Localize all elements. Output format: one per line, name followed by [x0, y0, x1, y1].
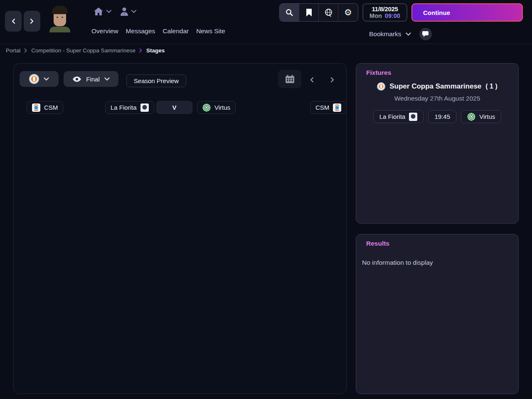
nav-calendar[interactable]: Calendar	[163, 27, 189, 35]
chevron-right-icon	[139, 48, 143, 53]
fixture-home-team-chip[interactable]: La Fiorita	[373, 110, 424, 123]
world-button[interactable]	[319, 4, 338, 21]
chevron-right-icon	[330, 77, 335, 83]
results-empty-message: No information to display	[362, 259, 433, 266]
results-title: Results	[366, 240, 389, 247]
fixture-away-team-chip[interactable]: Virtus	[461, 110, 501, 123]
stage-dropdown[interactable]: Final	[64, 71, 118, 87]
la-fiorita-badge-icon	[140, 103, 149, 112]
game-day: Mon	[369, 12, 382, 20]
chevron-down-icon[interactable]	[406, 32, 411, 36]
previous-stage-button[interactable]	[307, 75, 317, 85]
team-short-name: CSM	[44, 104, 58, 111]
fixture-date: Wednesday 27th August 2025	[356, 95, 518, 102]
nav-overview[interactable]: Overview	[91, 27, 118, 35]
fixture-kickoff-chip[interactable]: 19:45	[428, 110, 456, 123]
stages-panel: Final Season Preview	[13, 63, 347, 394]
chevron-right-icon	[24, 48, 27, 53]
bookmark-button[interactable]	[299, 4, 319, 21]
bookmarks-bar: Bookmarks	[369, 28, 432, 40]
chat-button[interactable]	[419, 28, 432, 40]
team-name: Virtus	[214, 104, 230, 111]
csm-badge-icon	[32, 103, 40, 112]
breadcrumb-competition[interactable]: Competition - Super Coppa Sammarinese	[31, 47, 135, 54]
chevron-right-icon	[30, 18, 34, 24]
utility-toolbar: ⚙	[279, 3, 358, 22]
fm-screen: Overview Messages Calendar News Site ⚙ 1…	[0, 0, 532, 399]
team-short-name: CSM	[315, 104, 329, 111]
home-menu[interactable]	[94, 7, 111, 15]
search-button[interactable]	[280, 4, 299, 21]
home-icon	[94, 7, 103, 15]
globe-icon	[324, 8, 333, 17]
season-preview-button[interactable]: Season Preview	[126, 74, 186, 87]
kickoff-time: 19:45	[434, 113, 450, 120]
game-time: 09:00	[385, 12, 400, 20]
competition-dropdown[interactable]	[20, 71, 59, 87]
fixtures-title: Fixtures	[366, 69, 391, 76]
breadcrumb-stages: Stages	[146, 47, 165, 54]
team-name: Virtus	[479, 113, 495, 120]
bracket-home-team-chip[interactable]: La Fiorita	[105, 101, 154, 114]
fixture-competition-row: Super Coppa Sammarinese ( 1 )	[356, 82, 518, 91]
settings-button[interactable]: ⚙	[338, 4, 358, 21]
super-coppa-badge-icon	[29, 74, 39, 84]
manager-icon	[121, 7, 128, 16]
bracket-away-team-chip[interactable]: Virtus	[197, 101, 236, 114]
avatar-hair	[52, 6, 68, 14]
manager-avatar[interactable]	[47, 5, 73, 32]
history-forward-button[interactable]	[24, 11, 40, 32]
fixture-competition-name: Super Coppa Sammarinese	[389, 82, 481, 91]
bookmark-icon	[306, 9, 312, 17]
avatar-shirt	[49, 27, 70, 32]
virtus-badge-icon	[202, 103, 211, 112]
super-coppa-badge-icon	[377, 82, 385, 91]
chevron-left-icon	[11, 18, 15, 24]
continue-label: Continue	[423, 9, 450, 16]
team-name: La Fiorita	[379, 113, 406, 120]
chevron-down-icon	[44, 77, 49, 81]
calendar-icon	[285, 75, 295, 84]
avatar-eye	[57, 17, 58, 18]
fixtures-panel: Fixtures Super Coppa Sammarinese ( 1 ) W…	[356, 63, 519, 224]
chevron-down-icon	[106, 10, 111, 13]
bookmarks-dropdown[interactable]: Bookmarks	[369, 30, 401, 38]
bracket-winner-team-chip[interactable]: CSM	[310, 101, 347, 114]
results-panel: Results No information to display	[356, 234, 519, 394]
chevron-down-icon	[104, 77, 110, 81]
stage-dropdown-label: Final	[86, 76, 100, 83]
chevron-left-icon	[310, 77, 314, 83]
fixture-match-row: La Fiorita 19:45 Virtus	[356, 110, 518, 123]
chevron-down-icon	[131, 10, 136, 13]
game-date: 11/8/2025	[372, 5, 398, 12]
team-name: La Fiorita	[111, 104, 137, 111]
la-fiorita-badge-icon	[409, 113, 417, 121]
csm-badge-icon	[333, 103, 341, 112]
game-datetime: 11/8/2025 Mon 09:00	[362, 3, 407, 22]
eye-icon	[72, 76, 81, 82]
gear-icon: ⚙	[344, 8, 352, 17]
chat-bubble-icon	[422, 31, 429, 37]
fixture-leg-count: ( 1 )	[485, 83, 497, 90]
nav-news-site[interactable]: News Site	[196, 27, 225, 35]
versus-label: V	[172, 104, 176, 111]
breadcrumb: Portal Competition - Super Coppa Sammari…	[0, 44, 532, 57]
bracket-match-chip[interactable]: V	[156, 101, 192, 114]
continue-button[interactable]: Continue	[411, 3, 523, 22]
breadcrumb-portal[interactable]: Portal	[6, 47, 20, 54]
calendar-view-button[interactable]	[278, 70, 301, 88]
season-preview-label: Season Preview	[134, 77, 179, 84]
avatar-eye	[62, 17, 63, 18]
primary-nav: Overview Messages Calendar News Site	[91, 27, 225, 35]
next-stage-button[interactable]	[328, 75, 337, 85]
virtus-badge-icon	[467, 113, 475, 121]
manager-menu[interactable]	[121, 7, 136, 16]
search-icon	[285, 8, 293, 17]
bracket-left-team-chip[interactable]: CSM	[27, 101, 63, 114]
nav-messages[interactable]: Messages	[126, 27, 155, 35]
history-back-button[interactable]	[5, 11, 22, 32]
